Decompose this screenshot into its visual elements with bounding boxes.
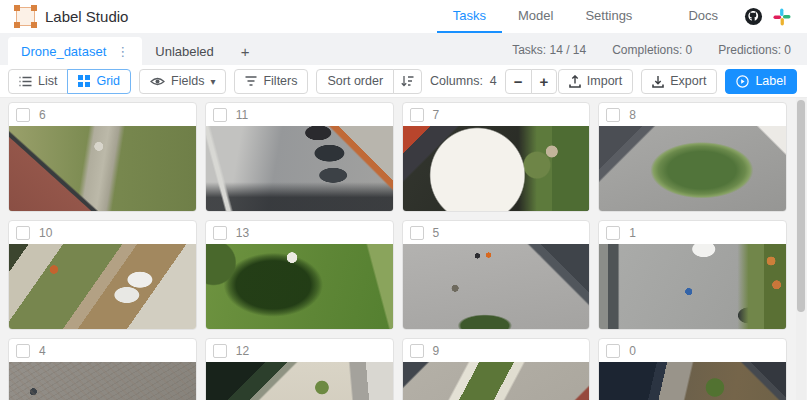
task-aerial-image[interactable] (9, 362, 196, 400)
task-card-8: 8 (598, 102, 787, 212)
task-checkbox[interactable] (410, 344, 424, 358)
task-id: 11 (236, 108, 248, 122)
slack-icon[interactable] (773, 8, 791, 26)
columns-increase-button[interactable]: + (531, 69, 558, 94)
chevron-down-icon: ▾ (210, 76, 215, 87)
task-card-header: 12 (206, 339, 393, 362)
task-checkbox[interactable] (213, 344, 227, 358)
task-checkbox[interactable] (213, 108, 227, 122)
columns-label: Columns: 4 (430, 74, 497, 88)
tab-menu-icon[interactable]: ⋮ (116, 44, 129, 59)
task-card-5: 5 (402, 220, 591, 330)
download-icon (652, 75, 664, 88)
app-title: Label Studio (45, 8, 128, 25)
task-card-header: 10 (9, 221, 196, 244)
task-aerial-image[interactable] (403, 126, 590, 211)
task-card-13: 13 (205, 220, 394, 330)
tab-drone-dataset-label: Drone_dataset (21, 44, 106, 59)
grid-view-button[interactable]: Grid (67, 69, 131, 94)
sort-group: Sort order (316, 69, 422, 94)
task-aerial-image[interactable] (599, 362, 786, 400)
task-checkbox[interactable] (606, 108, 620, 122)
task-aerial-image[interactable] (599, 244, 786, 329)
task-card-header: 4 (9, 339, 196, 362)
sort-order-button[interactable]: Sort order (316, 69, 394, 94)
task-id: 5 (433, 226, 440, 240)
task-id: 12 (236, 344, 249, 358)
add-tab-button[interactable]: + (227, 37, 264, 65)
task-aerial-image[interactable] (9, 244, 196, 329)
task-card-4: 4 (8, 338, 197, 400)
view-switch-group: List Grid (8, 69, 131, 94)
task-checkbox[interactable] (410, 108, 424, 122)
task-aerial-image[interactable] (206, 126, 393, 211)
stat-completions: Completions: 0 (612, 43, 692, 57)
list-icon (19, 76, 32, 87)
task-id: 1 (629, 226, 636, 240)
eye-icon (150, 76, 165, 87)
task-checkbox[interactable] (410, 226, 424, 240)
scrollbar-thumb[interactable] (797, 100, 805, 312)
nav-item-model[interactable]: Model (502, 0, 569, 33)
list-view-button[interactable]: List (8, 69, 68, 94)
vertical-scrollbar[interactable] (796, 98, 806, 400)
task-checkbox[interactable] (16, 108, 30, 122)
task-aerial-image[interactable] (403, 362, 590, 400)
github-icon[interactable] (744, 7, 763, 26)
task-card-10: 10 (8, 220, 197, 330)
tab-unlabeled-label: Unlabeled (155, 44, 214, 59)
label-button[interactable]: Label (725, 69, 797, 94)
stat-tasks: Tasks: 14 / 14 (512, 43, 586, 57)
task-card-11: 11 (205, 102, 394, 212)
task-card-9: 9 (402, 338, 591, 400)
task-card-header: 1 (599, 221, 786, 244)
filters-button[interactable]: Filters (234, 69, 308, 94)
fields-button[interactable]: Fields ▾ (139, 69, 226, 94)
task-card-header: 0 (599, 339, 786, 362)
app-header: Label Studio Tasks Model Settings Docs (0, 0, 807, 33)
task-aerial-image[interactable] (403, 244, 590, 329)
stat-predictions: Predictions: 0 (718, 43, 791, 57)
task-id: 13 (236, 226, 249, 240)
task-id: 8 (629, 108, 636, 122)
sort-direction-button[interactable] (393, 69, 422, 94)
task-id: 7 (433, 108, 440, 122)
filter-icon (245, 76, 257, 86)
import-button[interactable]: Import (558, 69, 633, 94)
task-checkbox[interactable] (16, 344, 30, 358)
task-card-header: 11 (206, 103, 393, 126)
upload-icon (569, 75, 581, 88)
task-card-0: 0 (598, 338, 787, 400)
task-aerial-image[interactable] (599, 126, 786, 211)
task-checkbox[interactable] (606, 344, 620, 358)
nav-item-settings[interactable]: Settings (569, 0, 648, 33)
sort-descending-icon (401, 75, 414, 87)
tab-unlabeled[interactable]: Unlabeled (142, 37, 227, 65)
task-aerial-image[interactable] (206, 362, 393, 400)
dataset-tabbar: Drone_dataset ⋮ Unlabeled + Tasks: 14 / … (0, 33, 807, 65)
task-card-12: 12 (205, 338, 394, 400)
task-card-header: 5 (403, 221, 590, 244)
task-id: 9 (433, 344, 440, 358)
task-grid-container: 6117810135141290 (0, 98, 807, 400)
task-checkbox[interactable] (606, 226, 620, 240)
columns-stepper: − + (505, 69, 558, 94)
task-id: 0 (629, 344, 636, 358)
export-button[interactable]: Export (641, 69, 717, 94)
nav-item-tasks[interactable]: Tasks (437, 0, 502, 33)
task-checkbox[interactable] (213, 226, 227, 240)
grid-icon (78, 75, 90, 87)
columns-decrease-button[interactable]: − (505, 69, 532, 94)
nav-item-docs[interactable]: Docs (672, 0, 734, 33)
label-studio-logo-icon[interactable] (16, 7, 35, 26)
play-circle-icon (736, 75, 749, 88)
task-aerial-image[interactable] (9, 126, 196, 211)
task-aerial-image[interactable] (206, 244, 393, 329)
task-card-1: 1 (598, 220, 787, 330)
task-checkbox[interactable] (16, 226, 30, 240)
top-nav: Tasks Model Settings Docs (437, 0, 791, 33)
tab-drone-dataset[interactable]: Drone_dataset ⋮ (8, 37, 142, 65)
task-card-header: 13 (206, 221, 393, 244)
task-id: 10 (39, 226, 52, 240)
task-card-header: 7 (403, 103, 590, 126)
